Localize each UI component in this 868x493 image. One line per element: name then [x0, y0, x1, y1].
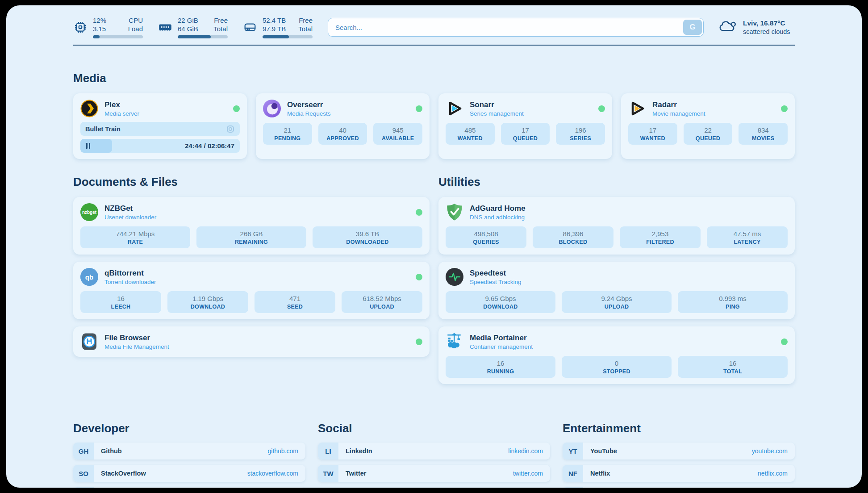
plex-title: Plex: [104, 100, 139, 109]
ram-total-label: Total: [213, 25, 228, 33]
nzbget-downloaded-stat: 39.6 TB DOWNLOADED: [313, 226, 422, 248]
media-grid: Plex Media server Bullet Train: [73, 93, 795, 159]
radarr-card[interactable]: Radarr Movie management 17 WANTED 22 QUE…: [621, 93, 795, 159]
link-linkedin[interactable]: LI LinkedIn linkedin.com: [318, 443, 550, 460]
documents-section-title: Documents & Files: [73, 175, 430, 189]
ram-stat: 22 GiB Free 64 GiB Total: [158, 16, 228, 38]
adguard-blocked-stat: 86,396 BLOCKED: [533, 226, 613, 248]
link-sections: Developer GH Github github.com SO StackO…: [73, 422, 795, 488]
radarr-icon: [628, 100, 646, 117]
now-playing-title: Bullet Train: [85, 125, 121, 133]
overseerr-pending-stat: 21 PENDING: [263, 123, 312, 145]
overseerr-approved-stat: 40 APPROVED: [318, 123, 367, 145]
link-twitter[interactable]: TW Twitter twitter.com: [318, 465, 550, 482]
overseerr-status-dot: [416, 105, 422, 112]
link-netflix[interactable]: NF Netflix netflix.com: [563, 465, 795, 482]
adguard-card[interactable]: AdGuard Home DNS and adblocking 498,508 …: [438, 197, 795, 255]
disk-progress-track: [263, 35, 313, 38]
cpu-load-label: Load: [128, 25, 143, 33]
link-youtube[interactable]: YT YouTube youtube.com: [563, 443, 795, 460]
dev-badge: DT: [73, 487, 94, 488]
pause-icon: [86, 143, 88, 149]
sonarr-subtitle: Series management: [470, 110, 524, 117]
session-icon[interactable]: [226, 125, 235, 134]
nzbget-card[interactable]: nzbget NZBGet Usenet downloader 744.21 M…: [73, 197, 430, 255]
utilities-section: Utilities AdGuard Home DNS: [438, 175, 795, 384]
qbittorrent-card[interactable]: qb qBittorrent Torrent downloader 16: [73, 262, 430, 319]
filebrowser-icon: [80, 333, 98, 351]
sonarr-status-dot: [598, 105, 605, 112]
disk-stat: 52.4 TB Free 97.9 TB Total: [243, 16, 313, 38]
reddit-badge: RE: [563, 487, 583, 488]
qbittorrent-title: qBittorrent: [104, 269, 156, 278]
link-stackoverflow[interactable]: SO StackOverflow stackoverflow.com: [73, 465, 305, 482]
qbittorrent-seed-stat: 471 SEED: [255, 291, 335, 313]
search-bar: G: [328, 18, 704, 37]
cpu-icon: [73, 20, 88, 34]
cpu-stat: 12% CPU 3.15 Load: [73, 16, 143, 38]
qbittorrent-download-stat: 1.19 Gbps DOWNLOAD: [167, 291, 248, 313]
speedtest-upload-stat: 9.24 Gbps UPLOAD: [562, 291, 672, 313]
cloud-icon: [719, 20, 738, 35]
ram-free-label: Free: [214, 16, 228, 25]
nzbget-subtitle: Usenet downloader: [104, 214, 156, 221]
youtube-badge: YT: [563, 443, 583, 460]
ram-free-value: 22 GiB: [178, 16, 198, 25]
cpu-load-value: 3.15: [93, 25, 106, 33]
sonarr-queued-stat: 17 QUEUED: [501, 123, 550, 145]
nzbget-remaining-stat: 266 GB REMAINING: [196, 226, 306, 248]
adguard-filtered-stat: 2,953 FILTERED: [620, 226, 701, 248]
utilities-section-title: Utilities: [438, 175, 795, 189]
plex-progress-bar[interactable]: 24:44 / 02:06:47: [80, 139, 240, 153]
adguard-subtitle: DNS and adblocking: [470, 214, 526, 221]
top-bar: 12% CPU 3.15 Load: [6, 5, 862, 38]
cpu-usage-value: 12%: [93, 16, 106, 25]
ram-total-value: 64 GiB: [178, 25, 198, 33]
link-dev[interactable]: DT DEV dev.to: [73, 487, 305, 488]
link-reddit[interactable]: RE Reddit reddit.com: [563, 487, 795, 488]
disk-free-label: Free: [299, 16, 313, 25]
social-section-title: Social: [318, 422, 550, 435]
entertainment-section-title: Entertainment: [563, 422, 795, 435]
speedtest-subtitle: Speedtest Tracking: [470, 279, 522, 285]
portainer-running-stat: 16 RUNNING: [446, 356, 555, 378]
nzbget-icon: nzbget: [80, 203, 98, 221]
weather-condition: scattered clouds: [743, 28, 790, 36]
overseerr-title: Overseerr: [287, 100, 331, 109]
plex-status-dot: [233, 105, 240, 112]
radarr-subtitle: Movie management: [652, 110, 705, 117]
plex-card[interactable]: Plex Media server Bullet Train: [73, 93, 247, 159]
speedtest-ping-stat: 0.993 ms PING: [678, 291, 788, 313]
sonarr-title: Sonarr: [470, 100, 524, 109]
portainer-stopped-stat: 0 STOPPED: [562, 356, 672, 378]
search-input[interactable]: [328, 18, 704, 37]
disk-progress-fill: [263, 35, 289, 38]
qbittorrent-upload-stat: 618.52 Mbps UPLOAD: [342, 291, 422, 313]
github-badge: GH: [73, 443, 94, 460]
documents-section: Documents & Files nzbget NZBGet Usenet d…: [73, 175, 430, 384]
nzbget-title: NZBGet: [104, 204, 156, 213]
header-divider: [73, 45, 795, 46]
radarr-title: Radarr: [652, 100, 705, 109]
speedtest-download-stat: 9.65 Gbps DOWNLOAD: [446, 291, 555, 313]
nzbget-status-dot: [416, 209, 422, 216]
portainer-total-stat: 16 TOTAL: [678, 356, 788, 378]
filebrowser-card[interactable]: File Browser Media File Management: [73, 326, 430, 357]
mid-sections: Documents & Files nzbget NZBGet Usenet d…: [73, 175, 795, 384]
adguard-latency-stat: 47.57 ms LATENCY: [707, 226, 788, 248]
search-engine-button[interactable]: G: [683, 20, 702, 35]
sonarr-card[interactable]: Sonarr Series management 485 WANTED 17 Q…: [438, 93, 612, 159]
link-github[interactable]: GH Github github.com: [73, 443, 305, 460]
cpu-label: CPU: [129, 16, 143, 25]
disk-total-label: Total: [298, 25, 313, 33]
speedtest-card[interactable]: Speedtest Speedtest Tracking 9.65 Gbps D…: [438, 262, 795, 319]
portainer-card[interactable]: Media Portainer Container management 16 …: [438, 326, 795, 384]
qbittorrent-icon: qb: [80, 268, 98, 286]
dashboard-content: Media Plex Media server Bullet Train: [6, 71, 862, 488]
disk-icon: [243, 20, 257, 34]
plex-now-playing: Bullet Train: [80, 122, 240, 136]
portainer-icon: [446, 333, 463, 351]
filebrowser-status-dot: [416, 338, 422, 345]
overseerr-card[interactable]: Overseerr Media Requests 21 PENDING 40 A…: [256, 93, 430, 159]
svg-text:nzbget: nzbget: [82, 210, 97, 215]
